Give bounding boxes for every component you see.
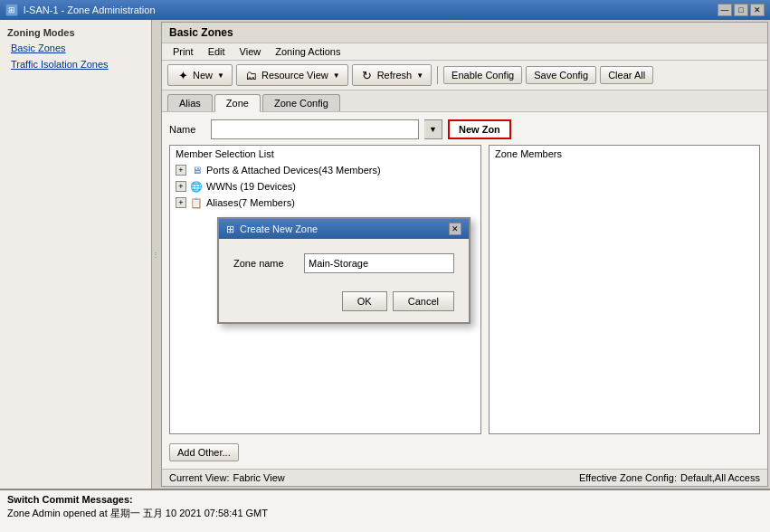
modal-title-left: ⊞ Create New Zone <box>226 223 318 235</box>
modal-body: Zone name OK Cancel <box>219 239 469 322</box>
zone-name-input[interactable] <box>304 253 454 273</box>
zone-name-label: Zone name <box>233 258 297 269</box>
modal-overlay: ⊞ Create New Zone ✕ Zone name OK Cancel <box>0 0 770 532</box>
modal-title-bar: ⊞ Create New Zone ✕ <box>219 219 469 239</box>
modal-close-button[interactable]: ✕ <box>449 223 461 235</box>
modal-title-icon: ⊞ <box>226 223 234 235</box>
create-zone-dialog: ⊞ Create New Zone ✕ Zone name OK Cancel <box>217 217 471 324</box>
modal-cancel-button[interactable]: Cancel <box>393 291 454 311</box>
modal-buttons: OK Cancel <box>233 288 454 311</box>
modal-title-text: Create New Zone <box>240 223 318 234</box>
modal-ok-button[interactable]: OK <box>342 291 387 311</box>
zone-name-row: Zone name <box>233 253 454 273</box>
